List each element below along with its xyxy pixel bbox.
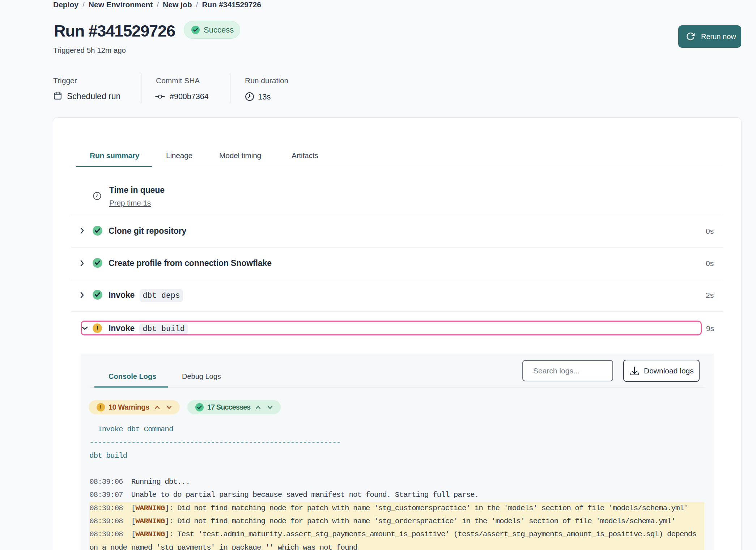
svg-text:!: ! xyxy=(100,404,102,410)
